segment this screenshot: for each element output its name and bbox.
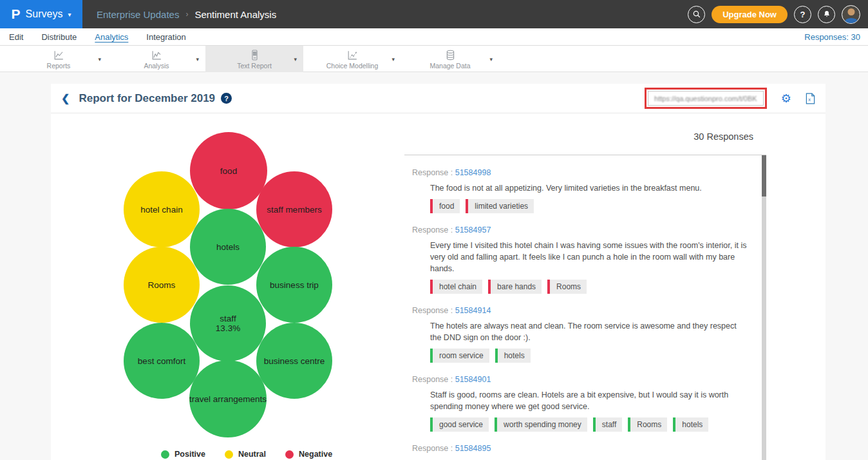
bubble-label: Rooms — [148, 280, 176, 290]
response-text: Staff is good, rooms are clean. Hotels a… — [430, 389, 747, 412]
bubble-travel-arrangements[interactable]: travel arrangements — [189, 360, 267, 437]
bubble-label: travel arrangements — [189, 394, 267, 404]
analytics-toolbar: Reports ▾ Analysis ▾ Text Report ▾ Choic… — [0, 46, 868, 72]
tag[interactable]: bare hands — [488, 280, 542, 294]
nav-item-distribute[interactable]: Distribute — [41, 32, 77, 42]
nav-item-analytics[interactable]: Analytics — [95, 32, 128, 42]
bubble-label: business trip — [270, 280, 319, 290]
tag[interactable]: food — [430, 199, 460, 213]
help-button[interactable]: ? — [794, 6, 811, 23]
responses-scrollbar[interactable] — [762, 155, 766, 460]
tag[interactable]: hotel chain — [430, 280, 482, 294]
tag[interactable]: staff — [593, 417, 622, 432]
response-id-link[interactable]: 51584914 — [455, 306, 491, 315]
tag[interactable]: hotels — [495, 349, 531, 363]
chevron-down-icon[interactable]: ▾ — [489, 56, 493, 62]
nav-item-integration[interactable]: Integration — [146, 32, 185, 42]
bell-icon — [822, 10, 831, 19]
bubble-best-comfort[interactable]: best comfort — [124, 323, 200, 399]
toolbar-tab-label: Choice Modelling — [326, 62, 379, 70]
bubble-label: business centre — [264, 356, 325, 366]
report-help-icon[interactable]: ? — [221, 93, 232, 104]
tag[interactable]: hotels — [673, 417, 708, 432]
nav-item-edit[interactable]: Edit — [9, 32, 23, 42]
notifications-button[interactable] — [818, 6, 835, 23]
share-url-field[interactable]: https://qa.questionpro.com/t/0BK — [648, 91, 764, 106]
brand-label: Surveys — [26, 8, 63, 20]
toolbar-tab-text-report[interactable]: Text Report ▾ — [205, 46, 303, 72]
legend-label: Negative — [299, 450, 332, 459]
response-text: The food is not at all appetizing. Very … — [430, 182, 747, 194]
bubble-hotels[interactable]: hotels — [190, 209, 266, 285]
question-mark-icon: ? — [800, 10, 806, 19]
bubble-label: hotels — [216, 242, 240, 252]
bubble-business-trip[interactable]: business trip — [256, 247, 332, 323]
responses-count-label: Responses: 30 — [804, 32, 860, 42]
response-id-link[interactable]: 51584901 — [455, 375, 491, 384]
legend-label: Positive — [175, 450, 205, 459]
response-header: Response : 51584998 — [412, 168, 766, 177]
export-document-icon[interactable]: x — [806, 93, 815, 104]
response-tags: room service hotels — [430, 349, 766, 363]
legend-item-neutral: Neutral — [225, 450, 266, 459]
tag[interactable]: good service — [430, 417, 489, 432]
response-prefix: Response : — [412, 375, 453, 384]
questionpro-logo-icon: P — [12, 6, 21, 22]
bubble-value: 13.3% — [216, 323, 240, 333]
response-id-link[interactable]: 51584895 — [455, 444, 491, 453]
response-tags: good service worth spending money staff … — [430, 417, 766, 432]
response-tags: hotel chain bare hands Rooms — [430, 280, 766, 294]
bubble-rooms[interactable]: Rooms — [124, 247, 200, 323]
breadcrumb-parent-link[interactable]: Enterprise Updates — [97, 9, 179, 20]
bubble-business-centre[interactable]: business centre — [256, 323, 332, 399]
tag[interactable]: room service — [430, 349, 489, 363]
bubble-label: staff members — [267, 205, 321, 215]
tag[interactable]: limited varieties — [466, 199, 534, 213]
legend-item-negative: Negative — [285, 450, 332, 459]
responses-list: Response : 51584998 The food is not at a… — [404, 155, 766, 460]
upgrade-now-button[interactable]: Upgrade Now — [712, 6, 788, 23]
choice-modelling-icon — [346, 49, 359, 61]
neutral-dot-icon — [225, 450, 233, 459]
bubble-staff[interactable]: staff 13.3% — [190, 285, 266, 361]
response-item: Response : 51584957 Every time I visited… — [412, 225, 766, 294]
response-item: Response : 51584901 Staff is good, rooms… — [412, 375, 766, 432]
back-button[interactable]: ❮ — [61, 92, 70, 104]
chevron-down-icon[interactable]: ▾ — [196, 56, 199, 62]
chevron-down-icon[interactable]: ▾ — [294, 56, 297, 62]
response-prefix: Response : — [412, 225, 453, 235]
response-item: Response : 51584895 — [412, 444, 766, 453]
negative-dot-icon — [285, 450, 294, 459]
response-tags: food limited varieties — [430, 199, 766, 213]
report-header: ❮ Report for December 2019 ? https://qa.… — [51, 84, 826, 113]
chevron-down-icon[interactable]: ▾ — [98, 56, 101, 62]
topbar-actions: Upgrade Now ? — [688, 5, 868, 24]
toolbar-tab-reports[interactable]: Reports ▾ — [10, 46, 108, 72]
report-body: food hotel chain staff members hotels Ro… — [51, 113, 826, 460]
response-text: Every time I visited this hotel chain I … — [430, 240, 747, 274]
legend-item-positive: Positive — [161, 450, 205, 459]
response-id-link[interactable]: 51584998 — [455, 168, 491, 177]
toolbar-tab-analysis[interactable]: Analysis ▾ — [108, 46, 205, 72]
bubble-food[interactable]: food — [190, 132, 267, 209]
toolbar-tab-manage-data[interactable]: Manage Data ▾ — [401, 46, 499, 72]
tag[interactable]: worth spending money — [495, 417, 587, 432]
report-card: ❮ Report for December 2019 ? https://qa.… — [51, 84, 826, 460]
text-report-icon — [249, 49, 261, 61]
bubble-label: best comfort — [138, 356, 185, 366]
response-id-link[interactable]: 51584957 — [455, 225, 491, 235]
tag[interactable]: Rooms — [547, 280, 587, 294]
chevron-down-icon[interactable]: ▾ — [392, 56, 395, 62]
user-avatar[interactable] — [842, 5, 860, 24]
scrollbar-thumb[interactable] — [762, 155, 766, 196]
bubble-hotel-chain[interactable]: hotel chain — [124, 171, 200, 247]
bubble-staff-members[interactable]: staff members — [256, 171, 332, 247]
bubble-label: staff — [220, 314, 236, 323]
toolbar-tab-choice-modelling[interactable]: Choice Modelling ▾ — [303, 46, 401, 72]
settings-gear-icon[interactable]: ⚙ — [781, 93, 791, 104]
tag[interactable]: Rooms — [628, 417, 667, 432]
brand-logo[interactable]: P Surveys ▾ — [0, 0, 82, 28]
response-prefix: Response : — [412, 306, 453, 315]
search-icon — [692, 10, 701, 19]
search-button[interactable] — [688, 6, 705, 23]
